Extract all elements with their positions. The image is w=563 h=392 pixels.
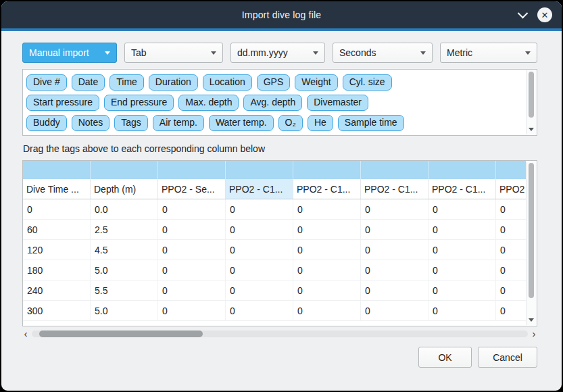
column-header[interactable]: PPO2 xyxy=(496,179,526,199)
chevron-down-icon xyxy=(420,51,426,55)
table-cell: 0 xyxy=(158,199,226,219)
field-tag[interactable]: Water temp. xyxy=(209,115,274,131)
column-drop-zone[interactable] xyxy=(429,161,496,179)
column-drop-zone[interactable] xyxy=(23,161,91,179)
table-cell: 0 xyxy=(496,220,526,239)
scrollbar-handle[interactable] xyxy=(529,163,534,298)
field-tag[interactable]: Weight xyxy=(295,74,337,91)
tag-row: Sample depthSample temp.Sample pO₂Sample… xyxy=(26,135,522,136)
table-cell: 0 xyxy=(226,280,293,300)
column-drop-zone[interactable] xyxy=(158,161,226,179)
field-tag[interactable]: O₂ xyxy=(278,115,303,131)
column-drop-zone[interactable] xyxy=(361,161,429,179)
field-tag[interactable]: Duration xyxy=(149,74,198,91)
column-drop-zone[interactable] xyxy=(293,161,361,179)
table-viewport: Dive Time ...Depth (m)PPO2 - Se...PPO2 -… xyxy=(23,161,526,326)
scrollbar-track[interactable] xyxy=(32,330,528,337)
field-separator-combo[interactable]: Tab xyxy=(124,43,223,63)
field-tag[interactable]: Dive # xyxy=(26,74,67,91)
table-cell: 0 xyxy=(429,280,496,300)
table-cell: 300 xyxy=(23,301,91,320)
window-frame: Import dive log file ✕ Manual importTabd… xyxy=(0,0,563,392)
date-format-combo[interactable]: dd.mm.yyyy xyxy=(230,43,325,63)
table-cell: 0 xyxy=(361,220,429,239)
table-cell: 5.5 xyxy=(91,280,158,300)
field-tag[interactable]: GPS xyxy=(257,74,291,91)
scrollbar-handle[interactable] xyxy=(529,72,534,118)
column-header[interactable]: PPO2 - C1... xyxy=(361,179,429,199)
cancel-button[interactable]: Cancel xyxy=(478,347,537,368)
chevron-down-icon xyxy=(211,51,216,55)
field-tag[interactable]: Notes xyxy=(72,115,110,131)
close-button[interactable]: ✕ xyxy=(537,7,552,22)
column-header[interactable]: Depth (m) xyxy=(91,179,158,199)
field-tag[interactable]: Divemaster xyxy=(307,95,368,111)
table-cell: 2.5 xyxy=(91,220,158,239)
table-cell: 0 xyxy=(429,220,496,239)
table-cell: 0 xyxy=(226,240,293,260)
scrollbar-handle[interactable] xyxy=(39,330,203,337)
field-tag[interactable]: Air temp. xyxy=(153,115,204,131)
table-cell: 0 xyxy=(496,301,526,320)
table-cell: 0 xyxy=(158,280,226,300)
column-header[interactable]: Dive Time ... xyxy=(23,179,91,199)
tag-row: Dive #DateTimeDurationLocationGPSWeightC… xyxy=(26,74,522,91)
column-drop-zone[interactable] xyxy=(226,161,293,179)
field-tag[interactable]: He xyxy=(308,115,333,131)
column-header[interactable]: PPO2 - C1... xyxy=(293,179,361,199)
tags-vertical-scrollbar[interactable] xyxy=(526,70,536,134)
column-drop-zone[interactable] xyxy=(91,161,158,179)
field-tag[interactable]: Avg. depth xyxy=(243,95,302,111)
field-tag[interactable]: Sample temp. xyxy=(103,135,174,136)
table-cell: 0 xyxy=(496,199,526,219)
column-header[interactable]: PPO2 - Se... xyxy=(158,179,226,199)
field-tag[interactable]: Sample time xyxy=(338,115,404,131)
scroll-right-arrow-icon[interactable]: › xyxy=(531,328,537,339)
column-header[interactable]: PPO2 - C1... xyxy=(429,179,496,199)
dialog-content: Manual importTabdd.mm.yyyySecondsMetric … xyxy=(1,31,562,368)
field-tag[interactable]: Sample pO₂ xyxy=(180,135,244,136)
field-tag[interactable]: Buddy xyxy=(26,115,67,131)
field-tag[interactable]: Date xyxy=(72,74,105,91)
table-cell: 0 xyxy=(226,301,293,320)
import-dialog: Import dive log file ✕ Manual importTabd… xyxy=(1,1,562,391)
field-tag[interactable]: Time xyxy=(109,74,144,91)
table-cell: 0 xyxy=(496,280,526,300)
field-tag[interactable]: Location xyxy=(203,74,252,91)
table-cell: 0 xyxy=(429,301,496,320)
table-cell: 0 xyxy=(293,301,361,320)
table-cell: 0 xyxy=(23,199,91,219)
combo-selected-value: Tab xyxy=(131,47,147,58)
table-horizontal-scrollbar[interactable]: ‹ › xyxy=(22,328,537,339)
chevron-down-icon[interactable] xyxy=(518,7,529,18)
scroll-down-arrow-icon[interactable] xyxy=(529,318,534,322)
units-system-combo[interactable]: Metric xyxy=(440,43,537,63)
field-tag[interactable]: Sample depth xyxy=(26,135,98,136)
table-row: 1204.5000000 xyxy=(23,240,526,260)
field-tag[interactable]: Cyl. size xyxy=(343,74,392,91)
table-cell: 0 xyxy=(361,240,429,260)
combo-selected-value: Metric xyxy=(447,47,472,58)
titlebar[interactable]: Import dive log file ✕ xyxy=(1,1,562,28)
column-header[interactable]: PPO2 - C1... xyxy=(226,179,293,199)
table-vertical-scrollbar[interactable] xyxy=(526,162,536,325)
table-cell: 0 xyxy=(429,240,496,260)
field-tag[interactable]: End pressure xyxy=(104,95,174,111)
scroll-left-arrow-icon[interactable]: ‹ xyxy=(22,328,29,339)
combo-row: Manual importTabdd.mm.yyyySecondsMetric xyxy=(22,43,537,63)
field-tag[interactable]: Max. depth xyxy=(178,95,239,111)
field-tag[interactable]: Tags xyxy=(114,115,148,131)
scroll-down-arrow-icon[interactable] xyxy=(529,128,534,131)
table-row: 3005.0000000 xyxy=(23,301,526,321)
column-drop-zone[interactable] xyxy=(496,161,526,179)
field-tag[interactable]: Sample CNS xyxy=(249,135,317,136)
table-cell: 0 xyxy=(361,280,429,300)
field-tag[interactable]: Start pressure xyxy=(26,95,99,111)
table-cell: 0 xyxy=(158,260,226,280)
import-mode-combo[interactable]: Manual import xyxy=(22,43,117,63)
ok-button[interactable]: OK xyxy=(418,347,472,368)
table-cell: 0 xyxy=(226,220,293,239)
duration-format-combo[interactable]: Seconds xyxy=(333,43,433,63)
combo-selected-value: dd.mm.yyyy xyxy=(237,47,288,58)
table-cell: 4.5 xyxy=(91,240,158,260)
